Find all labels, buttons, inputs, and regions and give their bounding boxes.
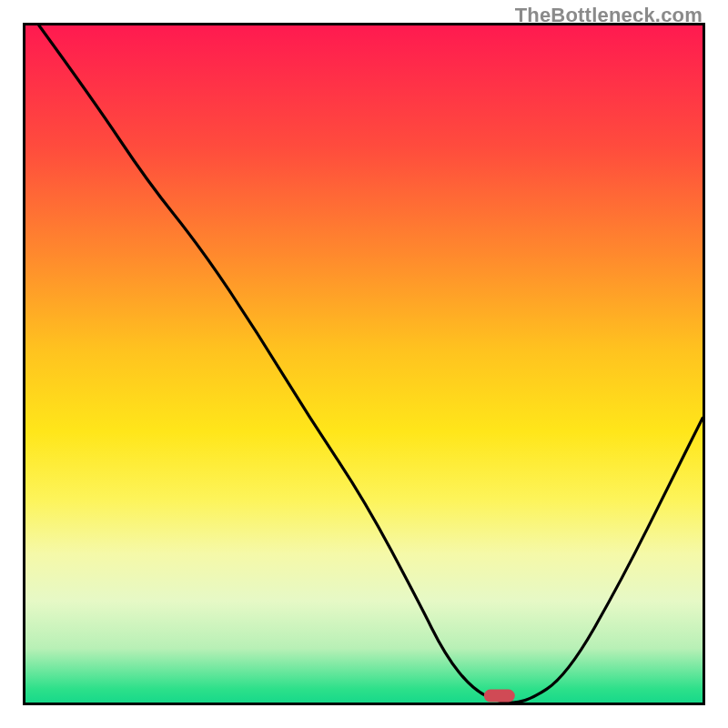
plot-area	[23, 23, 705, 705]
min-marker	[484, 690, 515, 703]
chart-frame: TheBottleneck.com	[0, 0, 728, 728]
curve-layer	[25, 25, 703, 703]
bottleneck-curve	[39, 25, 703, 703]
